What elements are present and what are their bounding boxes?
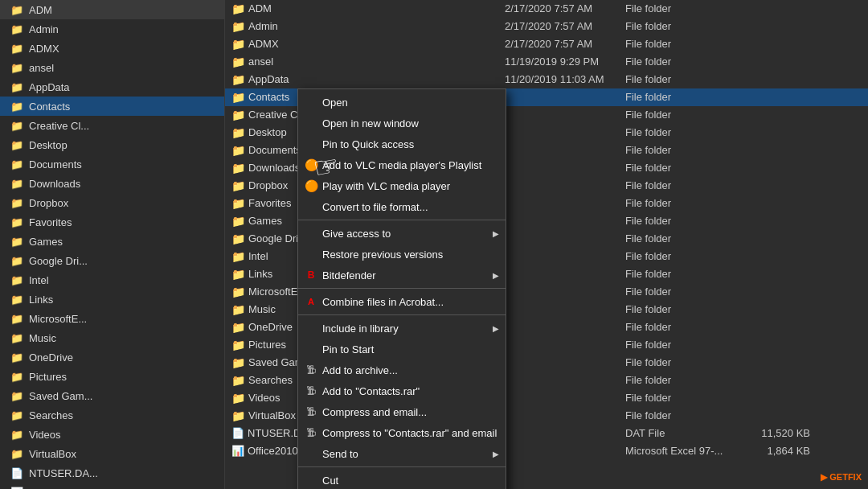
folder-icon: 📁 (231, 321, 245, 334)
folder-icon: 📁 (10, 41, 24, 55)
folder-icon: 📁 (10, 331, 24, 345)
menu-item-addtovlcmediaplayers[interactable]: 🟠Add to VLC media player's Playlist (298, 154, 506, 175)
file-date: 2/17/2020 7:57 AM (505, 20, 625, 32)
sidebar-item-videos[interactable]: 📁Videos (0, 425, 224, 444)
file-name-cell: 📁 ADM (231, 2, 505, 15)
folder-icon: 📁 (10, 408, 24, 422)
folder-icon: 📁 (231, 162, 245, 175)
sidebar-item-music[interactable]: 📁Music (0, 328, 224, 347)
folder-icon: 📁 (231, 197, 245, 210)
sidebar-item-office2010[interactable]: 📊Office2010... (0, 483, 224, 489)
sidebar-item-onedrive[interactable]: 📁OneDrive (0, 347, 224, 367)
file-type: File folder (625, 374, 746, 386)
menu-item-label: Open in new window (322, 117, 419, 129)
sidebar-item-googledri[interactable]: 📁Google Dri... (0, 251, 224, 270)
menu-item-label: Add to archive... (322, 364, 398, 376)
menu-item-includeinlibrary[interactable]: Include in library (298, 318, 506, 339)
file-row[interactable]: 📁 ADM 2/17/2020 7:57 AM File folder (225, 0, 868, 18)
file-name-text: Contacts (248, 91, 289, 103)
folder-icon: 📁 (231, 55, 245, 68)
file-row[interactable]: 📁 ansel 11/19/2019 9:29 PM File folder (225, 53, 868, 71)
excel-icon: 📊 (231, 445, 244, 457)
menu-item-bitdefender[interactable]: BBitdefender (298, 265, 506, 286)
menu-item-label: Bitdefender (322, 269, 376, 281)
menu-item-sendto[interactable]: Send to (298, 443, 506, 464)
file-name-text: Videos (248, 392, 280, 404)
sidebar-item-searches[interactable]: 📁Searches (0, 405, 224, 425)
sidebar-item-favorites[interactable]: 📁Favorites (0, 212, 224, 232)
menu-item-addtoarchive[interactable]: 🗜Add to archive... (298, 360, 506, 380)
sidebar-item-microsofte[interactable]: 📁MicrosoftE... (0, 309, 224, 328)
menu-item-label: Pin to Quick access (322, 138, 414, 150)
menu-item-cut[interactable]: Cut (298, 470, 506, 489)
folder-icon: 📁 (10, 350, 24, 364)
menu-separator (298, 220, 506, 220)
file-type: File folder (625, 126, 746, 138)
file-type: File folder (625, 321, 746, 333)
menu-item-combinefilesinacroba[interactable]: ACombine files in Acrobat... (298, 291, 506, 312)
sidebar-item-pictures[interactable]: 📁Pictures (0, 367, 224, 386)
file-type: File folder (625, 303, 746, 315)
archive-icon: 🗜 (305, 364, 317, 376)
menu-item-compresstocontactsra[interactable]: 🗜Compress to "Contacts.rar" and email (298, 422, 506, 443)
sidebar-item-admin[interactable]: 📁Admin (0, 19, 224, 39)
sidebar-item-appdata[interactable]: 📁AppData (0, 77, 224, 97)
menu-item-pintostart[interactable]: Pin to Start (298, 339, 506, 360)
sidebar-item-games[interactable]: 📁Games (0, 232, 224, 251)
file-name-text: AppData (248, 73, 289, 85)
file-row[interactable]: 📁 AppData 11/20/2019 11:03 AM File folde… (225, 71, 868, 88)
sidebar-item-intel[interactable]: 📁Intel (0, 270, 224, 290)
sidebar-item-label: VirtualBox (29, 448, 76, 460)
sidebar-item-virtualbox[interactable]: 📁VirtualBox (0, 444, 224, 463)
sidebar-item-creativecl[interactable]: 📁Creative Cl... (0, 116, 224, 135)
folder-icon: 📁 (10, 176, 24, 191)
file-date: 2/17/2020 7:57 AM (505, 2, 625, 14)
sidebar-item-documents[interactable]: 📁Documents (0, 154, 224, 174)
sidebar-item-desktop[interactable]: 📁Desktop (0, 135, 224, 154)
menu-item-playwithvlcmediaplay[interactable]: 🟠Play with VLC media player (298, 175, 506, 196)
file-row[interactable]: 📁 ADMX 2/17/2020 7:57 AM File folder (225, 35, 868, 53)
folder-icon: 📁 (231, 268, 245, 281)
watermark-fix: FIX (848, 472, 862, 482)
menu-separator (298, 314, 506, 315)
sidebar-item-label: OneDrive (29, 351, 73, 364)
file-size: 1,864 KB (746, 445, 810, 457)
sidebar-item-dropbox[interactable]: 📁Dropbox (0, 193, 224, 212)
file-name-cell: 📁 Admin (231, 20, 505, 33)
sidebar-item-savedgam[interactable]: 📁Saved Gam... (0, 386, 224, 405)
sidebar-item-admx[interactable]: 📁ADMX (0, 39, 224, 58)
sidebar-item-adm[interactable]: 📁ADM (0, 0, 224, 19)
menu-item-openinnewwindow[interactable]: Open in new window (298, 113, 506, 134)
file-name-text: VirtualBox (248, 409, 296, 421)
folder-icon: 📁 (231, 286, 245, 298)
file-name-text: Documents (248, 144, 301, 156)
archive-icon: 🗜 (305, 426, 317, 439)
sidebar-item-ansel[interactable]: 📁ansel (0, 58, 224, 77)
sidebar-item-ntuserda[interactable]: 📄NTUSER.DA... (0, 463, 224, 483)
file-type: File folder (625, 339, 746, 351)
sidebar-item-contacts[interactable]: 📁Contacts (0, 97, 224, 116)
sidebar-item-links[interactable]: 📁Links (0, 290, 224, 309)
menu-item-label: Combine files in Acrobat... (322, 296, 444, 308)
archive-icon: 🗜 (305, 405, 317, 418)
menu-item-open[interactable]: Open (298, 92, 506, 113)
folder-icon: 📁 (231, 409, 245, 422)
menu-item-compressandemail[interactable]: 🗜Compress and email... (298, 401, 506, 422)
menu-item-addtocontactsrar[interactable]: 🗜Add to "Contacts.rar" (298, 380, 506, 401)
menu-item-restorepreviousversi[interactable]: Restore previous versions (298, 244, 506, 265)
sidebar-item-downloads[interactable]: 📁Downloads (0, 174, 224, 193)
folder-icon: 📁 (10, 157, 24, 171)
file-type: File folder (625, 286, 746, 298)
menu-item-giveaccessto[interactable]: Give access to (298, 223, 506, 244)
file-row[interactable]: 📁 Admin 2/17/2020 7:57 AM File folder (225, 18, 868, 35)
menu-item-converttofileformat[interactable]: Convert to file format... (298, 196, 506, 217)
file-type: File folder (625, 109, 746, 121)
folder-icon: 📁 (10, 427, 24, 442)
folder-icon: 📁 (10, 138, 24, 152)
menu-item-label: Compress and email... (322, 406, 427, 418)
folder-icon: 📁 (231, 126, 245, 139)
file-icon: 📄 (231, 427, 244, 439)
file-type: File folder (625, 232, 746, 244)
menu-item-pintoquickaccess[interactable]: Pin to Quick access (298, 134, 506, 154)
context-menu: OpenOpen in new windowPin to Quick acces… (297, 88, 506, 489)
